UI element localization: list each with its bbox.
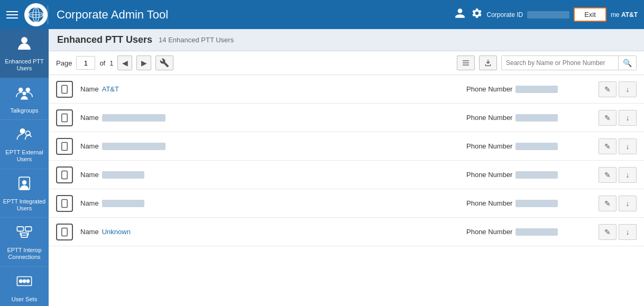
phone-label: Phone Number [466,171,512,179]
row-actions: ✎ ↓ [599,224,637,240]
content-area: Enhanced PTT Users 14 Enhanced PTT Users… [49,29,644,306]
name-label: Name [80,228,99,236]
name-label: Name [80,85,99,93]
download-btn[interactable]: ↓ [619,167,637,183]
phone-device-icon [56,138,73,155]
phone-label: Phone Number [466,142,512,150]
eptt-interop-icon [15,223,33,245]
edit-btn[interactable]: ✎ [599,196,617,211]
table-row: Name AT&T Phone Number ✎ ↓ [49,75,644,104]
sidebar-item-label: EPTT Integrated Users [2,198,47,212]
download-btn[interactable]: ↓ [619,224,637,240]
user-icon-btn[interactable] [454,7,466,22]
svg-point-13 [22,180,27,185]
hamburger-menu[interactable] [6,9,18,21]
enhanced-ptt-users-icon [15,34,33,56]
corporate-id-label: Corporate ID [487,11,523,18]
edit-btn[interactable]: ✎ [599,224,617,240]
search-input[interactable] [502,56,618,70]
user-name-section: Name [80,142,466,150]
prev-page-btn[interactable]: ◀ [117,55,132,70]
download-btn[interactable]: ↓ [619,196,637,211]
phone-section: Phone Number [466,228,593,236]
row-actions: ✎ ↓ [599,110,637,126]
phone-device-icon [56,224,73,240]
name-label: Name [80,142,99,150]
download-btn[interactable]: ↓ [619,138,637,154]
main-layout: Enhanced PTT Users Talkgroups [0,29,644,306]
sidebar-item-talkgroups[interactable]: Talkgroups [0,78,49,120]
name-label: Name [80,199,99,207]
user-name-section: Name Unknown [80,228,466,236]
page-number-input[interactable] [76,56,95,70]
next-page-btn[interactable]: ▶ [136,55,151,70]
svg-rect-14 [17,227,23,231]
sidebar-item-eptt-interop-connections[interactable]: EPTT Interop Connections [0,218,49,267]
svg-line-11 [30,135,31,137]
svg-rect-32 [62,171,68,179]
name-label: Name [80,114,99,122]
list-view-btn[interactable] [457,55,475,70]
export-btn[interactable] [479,55,497,70]
svg-point-23 [23,279,26,283]
header-icons [454,7,483,22]
svg-rect-27 [463,64,469,65]
phone-section: Phone Number [466,85,593,93]
user-name-label: me AT&T [611,11,638,18]
svg-point-7 [26,87,31,92]
download-btn[interactable]: ↓ [619,81,637,97]
svg-rect-30 [62,114,68,122]
table-row: Name Phone Number ✎ ↓ [49,161,644,189]
phone-label: Phone Number [466,85,512,93]
phone-value [516,200,558,207]
edit-btn[interactable]: ✎ [599,110,617,126]
search-box: 🔍 [501,55,637,70]
phone-value [516,171,558,179]
header-divider [48,5,48,24]
sidebar-item-label: Talkgroups [10,107,38,114]
page-subtitle: 14 Enhanced PTT Users [159,36,234,44]
table-row: Name Unknown Phone Number ✎ ↓ [49,218,644,246]
table-row: Name Phone Number ✎ ↓ [49,132,644,161]
edit-btn[interactable]: ✎ [599,138,617,154]
total-pages: 1 [109,59,113,67]
svg-rect-25 [463,60,469,61]
sidebar-item-user-sets[interactable]: User Sets [0,267,49,306]
edit-btn[interactable]: ✎ [599,81,617,97]
sidebar-item-enhanced-ptt-users[interactable]: Enhanced PTT Users [0,29,49,78]
sidebar-item-eptt-external-users[interactable]: EPTT External Users [0,120,49,169]
tools-btn[interactable] [155,55,173,70]
phone-device-icon [56,166,73,183]
exit-button[interactable]: Exit [574,7,606,22]
eptt-external-users-icon [15,125,33,147]
svg-rect-33 [62,199,68,207]
header-right: Corporate ID Exit me AT&T [454,7,638,22]
phone-section: Phone Number [466,114,593,122]
phone-section: Phone Number [466,142,593,150]
phone-value [516,228,558,236]
phone-label: Phone Number [466,228,512,236]
svg-point-8 [23,91,26,95]
sidebar: Enhanced PTT Users Talkgroups [0,29,49,306]
settings-icon-btn[interactable] [471,7,483,22]
user-name-value [102,200,144,207]
table-row: Name Phone Number ✎ ↓ [49,104,644,132]
svg-point-9 [20,128,25,134]
sidebar-item-eptt-integrated-users[interactable]: EPTT Integrated Users [0,169,49,218]
phone-value [516,143,558,150]
svg-rect-31 [62,142,68,150]
phone-value [516,114,558,122]
sidebar-item-label: Enhanced PTT Users [2,58,47,72]
search-button[interactable]: 🔍 [618,56,636,70]
user-name-section: Name [80,114,466,122]
user-name-section: Name [80,199,466,207]
sidebar-item-label: User Sets [12,296,37,303]
talkgroups-icon [15,84,33,105]
phone-value [516,86,558,93]
download-btn[interactable]: ↓ [619,110,637,126]
edit-btn[interactable]: ✎ [599,167,617,183]
app-title: Corporate Admin Tool [57,8,454,22]
user-sets-icon [15,272,33,294]
phone-device-icon [56,109,73,126]
svg-rect-34 [62,228,68,236]
